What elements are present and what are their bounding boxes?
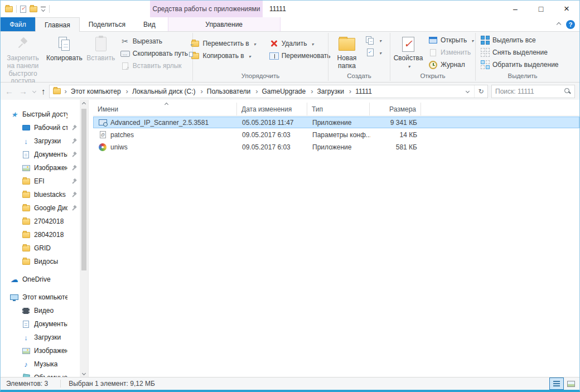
scroll-up-icon[interactable] <box>80 100 88 108</box>
new-item-button[interactable] <box>364 34 383 46</box>
rename-button[interactable]: Переименовать <box>266 50 334 62</box>
file-row[interactable]: patches 09.05.2017 6:03 Параметры конф..… <box>93 129 579 141</box>
move-to-button[interactable]: ← Переместить в <box>187 37 259 50</box>
search-input[interactable] <box>495 88 564 95</box>
open-button[interactable]: Открыть <box>425 34 477 46</box>
maximize-button[interactable]: □ <box>528 1 554 17</box>
copy-icon <box>59 35 70 54</box>
sidebar-item[interactable]: Музыка <box>1 357 80 371</box>
sidebar-item[interactable]: Загрузки <box>1 134 80 148</box>
delete-button[interactable]: Удалить <box>266 37 334 50</box>
copy-button[interactable]: Копировать <box>44 33 85 62</box>
help-icon[interactable]: ? <box>566 20 575 29</box>
group-clipboard: Закрепить на панели быстрого доступа Коп… <box>1 32 192 82</box>
file-row[interactable]: uniws 09.05.2017 6:03 Приложение 581 КБ <box>93 141 579 153</box>
customize-quick-access-button[interactable] <box>41 7 46 11</box>
easy-access-button[interactable] <box>364 46 383 59</box>
invert-selection-button[interactable]: Обратить выделение <box>477 59 562 71</box>
sidebar-item[interactable]: Документы <box>1 317 80 331</box>
file-type: Приложение <box>308 143 370 151</box>
tab-manage[interactable]: Управление <box>168 17 281 31</box>
column-header-type[interactable]: Тип <box>307 103 370 115</box>
copy-to-icon <box>190 53 200 59</box>
scrollbar-thumb[interactable] <box>81 109 86 270</box>
folder-icon <box>30 6 37 12</box>
select-none-button[interactable]: Снять выделение <box>477 46 562 59</box>
breadcrumb-item[interactable]: › 11111 <box>345 87 373 95</box>
sidebar-item[interactable]: Этот компьютер <box>1 291 80 304</box>
minimize-button[interactable]: – <box>502 1 528 17</box>
tab-view[interactable]: Вид <box>134 17 165 31</box>
thumbnails-view-button[interactable] <box>564 378 578 390</box>
close-button[interactable]: × <box>554 1 579 17</box>
column-header-size[interactable]: Размера <box>370 103 421 115</box>
sidebar-item[interactable]: Рабочий сто <box>1 121 80 134</box>
properties-quick-button[interactable]: ✓ <box>20 6 26 13</box>
sidebar-item[interactable]: Изображения <box>1 344 80 357</box>
breadcrumb-item[interactable]: › Локальный диск (C:) <box>122 87 197 95</box>
breadcrumb-item[interactable]: › GameUpgrade <box>252 87 307 95</box>
edit-button[interactable]: Изменить <box>425 46 477 59</box>
sidebar-scrollbar[interactable] <box>80 100 88 377</box>
sidebar-item-icon <box>22 205 30 211</box>
new-folder-icon <box>339 35 355 54</box>
file-list: Имени Дата изменения Тип Размера Advance… <box>89 100 579 377</box>
sidebar-item[interactable]: OneDrive <box>1 273 80 286</box>
copy-to-button[interactable]: Копировать в <box>187 50 259 62</box>
select-all-button[interactable]: Выделить все <box>477 34 562 46</box>
paste-shortcut-button[interactable]: Вставить ярлык <box>117 60 191 72</box>
tab-share[interactable]: Поделиться <box>80 17 134 31</box>
up-button[interactable]: ↑ <box>41 86 46 96</box>
file-row[interactable]: Advanced_IP_Scanner_2.5.3581 05.05.2018 … <box>93 117 579 128</box>
sidebar-item-icon <box>22 137 30 146</box>
explorer-icon[interactable] <box>5 6 13 12</box>
edit-icon <box>428 49 438 56</box>
column-header-name[interactable]: Имени <box>93 103 237 115</box>
scroll-down-icon[interactable] <box>80 369 88 377</box>
sidebar-item[interactable]: Видосы <box>1 255 80 268</box>
recent-locations-icon[interactable] <box>32 89 36 93</box>
sidebar-item[interactable]: Google Диск <box>1 201 80 215</box>
cut-button[interactable]: ✂ Вырезать <box>117 35 191 47</box>
forward-button[interactable]: → <box>19 86 27 96</box>
sidebar-item[interactable]: bluestacks ne <box>1 188 80 201</box>
sidebar-item-label: Загрузки <box>34 137 61 145</box>
sidebar-item[interactable]: Загрузки <box>1 331 80 344</box>
group-create: Новая папка Создать <box>328 32 390 82</box>
sidebar-item[interactable]: 27042018 <box>1 215 80 228</box>
properties-button[interactable]: ✓ Свойства <box>392 33 425 70</box>
sidebar-item[interactable]: Видео <box>1 304 80 317</box>
address-dropdown-button[interactable] <box>461 85 474 98</box>
sidebar-item[interactable]: Быстрый доступ <box>1 108 80 121</box>
breadcrumb-item[interactable]: › Загрузки <box>307 87 345 95</box>
sidebar-item[interactable]: Объемные объекты <box>1 371 80 377</box>
file-icon <box>98 119 107 125</box>
pin-icon <box>71 178 78 185</box>
search-icon[interactable] <box>564 88 571 95</box>
tab-file[interactable]: Файл <box>1 17 35 31</box>
history-button[interactable]: Журнал <box>425 59 477 71</box>
sidebar-item[interactable]: 28042018 <box>1 228 80 241</box>
breadcrumb-item[interactable]: › Этот компьютер <box>61 87 122 95</box>
new-folder-button[interactable]: Новая папка <box>330 33 364 70</box>
refresh-button[interactable]: ↻ <box>474 85 487 98</box>
address-box[interactable]: › Этот компьютер › Локальный диск (C:) ›… <box>49 85 489 98</box>
back-button[interactable]: ← <box>5 86 13 96</box>
column-header-date[interactable]: Дата изменения <box>237 103 307 115</box>
breadcrumb-item[interactable]: › Пользователи <box>196 87 252 95</box>
copy-path-button[interactable]: … Скопировать путь <box>117 47 191 60</box>
sidebar-item[interactable]: Документы <box>1 148 80 161</box>
sidebar-item[interactable]: Изображени <box>1 161 80 175</box>
tab-home[interactable]: Главная <box>35 17 80 32</box>
sidebar-item[interactable]: EFI <box>1 175 80 188</box>
sidebar-item[interactable]: GRID <box>1 241 80 255</box>
paste-button[interactable]: Вставить <box>85 33 117 62</box>
details-view-button[interactable] <box>549 378 564 390</box>
collapse-ribbon-icon[interactable] <box>557 22 561 27</box>
new-folder-quick-button[interactable] <box>30 6 37 12</box>
pin-to-quick-access-button[interactable]: Закрепить на панели быстрого доступа <box>2 33 44 85</box>
navigation-pane: Быстрый доступ Рабочий сто Загрузки Доку… <box>1 100 80 377</box>
bar-icon <box>41 7 46 7</box>
sidebar-item-label: Видосы <box>34 258 58 265</box>
sidebar-item-icon <box>22 219 30 225</box>
